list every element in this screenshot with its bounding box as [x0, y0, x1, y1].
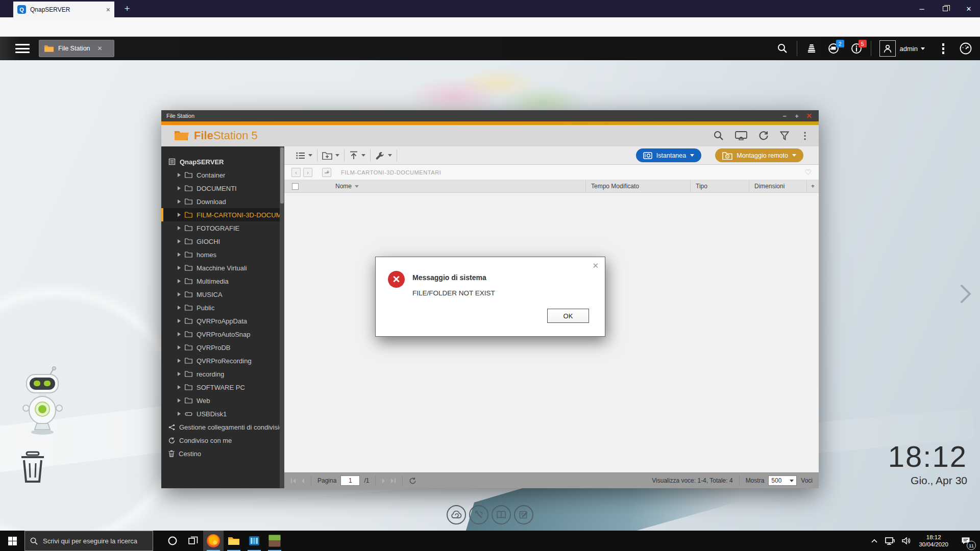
sidebar-recycle-bin[interactable]: Cestino: [161, 447, 284, 460]
sidebar-folder-documenti[interactable]: DOCUMENTI: [161, 182, 284, 195]
sidebar-folder-qvrprodb[interactable]: QVRProDB: [161, 341, 284, 354]
expand-arrow-icon[interactable]: [178, 332, 181, 336]
sidebar-folder-fotografie[interactable]: FOTOGRAFIE: [161, 221, 284, 235]
select-all-checkbox[interactable]: [292, 183, 299, 190]
recycle-bin-icon[interactable]: [19, 451, 46, 484]
new-tab-button[interactable]: +: [120, 2, 134, 15]
app-tab-file-station[interactable]: File Station ✕: [39, 40, 114, 57]
taskbar-minecraft-button[interactable]: [264, 531, 285, 551]
fs-window-titlebar[interactable]: File Station − + ✕: [161, 110, 819, 121]
view-mode-button[interactable]: [291, 152, 317, 159]
fs-more-icon[interactable]: ⋮: [800, 130, 810, 141]
sidebar-folder-film-cartoni-3d-documentari[interactable]: FILM-CARTONI-3D-DOCUMENTARI: [161, 208, 284, 221]
main-menu-icon[interactable]: [15, 44, 30, 53]
expand-arrow-icon[interactable]: [178, 173, 181, 177]
remote-mount-button[interactable]: Montaggio remoto: [715, 148, 803, 162]
sidebar-folder-software-pc[interactable]: SOFTWARE PC: [161, 381, 284, 394]
expand-arrow-icon[interactable]: [178, 319, 181, 323]
column-header-dimensioni[interactable]: Dimensioni: [749, 180, 806, 192]
page-size-select[interactable]: 500: [768, 475, 797, 486]
expand-arrow-icon[interactable]: [178, 306, 181, 310]
refresh-list-button[interactable]: [409, 477, 416, 485]
expand-arrow-icon[interactable]: [178, 385, 181, 389]
browser-restore-button[interactable]: [934, 0, 957, 17]
expand-arrow-icon[interactable]: [178, 279, 181, 283]
browser-tab[interactable]: Q QnapSERVER ×: [13, 2, 114, 17]
sidebar-shared-with-me[interactable]: Condiviso con me: [161, 434, 284, 447]
sidebar-folder-homes[interactable]: homes: [161, 248, 284, 261]
fs-filter-icon[interactable]: [780, 131, 789, 140]
feedback-icon[interactable]: [514, 505, 533, 524]
volume-icon[interactable]: [902, 537, 912, 545]
dashboard-icon[interactable]: [954, 37, 977, 60]
fs-maximize-button[interactable]: +: [792, 113, 801, 119]
breadcrumb-path[interactable]: FILM-CARTONI-3D-DOCUMENTARI: [341, 169, 441, 176]
fs-search-icon[interactable]: [714, 131, 724, 141]
expand-arrow-icon[interactable]: [178, 372, 181, 376]
next-desktop-arrow[interactable]: [960, 284, 972, 304]
page-input[interactable]: 1: [340, 475, 360, 486]
expand-arrow-icon[interactable]: [178, 253, 181, 257]
sidebar-folder-web[interactable]: Web: [161, 394, 284, 407]
notifications-icon[interactable]: 5: [845, 37, 868, 60]
user-menu[interactable]: admin: [900, 45, 925, 53]
sidebar-root-qnapserver[interactable]: QnapSERVER: [161, 155, 284, 168]
sidebar-folder-multimedia[interactable]: Multimedia: [161, 274, 284, 288]
fs-minimize-button[interactable]: −: [780, 113, 789, 119]
sidebar-folder-container[interactable]: Container: [161, 168, 284, 182]
expand-arrow-icon[interactable]: [178, 359, 181, 363]
expand-arrow-icon[interactable]: [178, 226, 181, 230]
sidebar-scrollbar[interactable]: [280, 146, 284, 488]
sidebar-folder-download[interactable]: Download: [161, 195, 284, 208]
next-page-button[interactable]: [382, 478, 386, 484]
expand-arrow-icon[interactable]: [178, 412, 181, 416]
action-center-button[interactable]: 11: [955, 531, 976, 551]
sidebar-folder-musica[interactable]: MUSICA: [161, 288, 284, 301]
column-header-nome[interactable]: Nome: [306, 180, 585, 192]
create-folder-button[interactable]: [317, 152, 344, 160]
column-header-tipo[interactable]: Tipo: [690, 180, 749, 192]
browser-minimize-button[interactable]: ─: [911, 0, 933, 17]
sync-status-icon[interactable]: 2: [823, 37, 845, 60]
sidebar-usbdisk1[interactable]: USBDisk1: [161, 407, 284, 420]
taskbar-search-box[interactable]: Scrivi qui per eseguire la ricerca: [24, 531, 153, 551]
background-tasks-icon[interactable]: [800, 37, 823, 60]
upload-button[interactable]: [345, 151, 370, 160]
browser-close-button[interactable]: ✕: [958, 0, 980, 17]
expand-arrow-icon[interactable]: [178, 266, 181, 270]
expand-arrow-icon[interactable]: [178, 239, 181, 243]
favorite-heart-icon[interactable]: ♡: [805, 168, 812, 177]
tray-clock[interactable]: 18:12 30/04/2020: [919, 534, 948, 548]
fs-close-button[interactable]: ✕: [804, 112, 814, 119]
help-book-icon[interactable]: [492, 505, 511, 524]
sidebar-folder-qvrproautosnap[interactable]: QVRProAutoSnap: [161, 328, 284, 341]
prev-page-button[interactable]: [301, 478, 305, 484]
myqnapcloud-icon[interactable]: [447, 505, 466, 524]
taskbar-firefox-button[interactable]: [203, 531, 224, 551]
folder-up-button[interactable]: [322, 168, 331, 177]
tab-close-icon[interactable]: ×: [106, 6, 110, 13]
fs-refresh-icon[interactable]: [758, 131, 769, 141]
expand-arrow-icon[interactable]: [178, 345, 181, 349]
nav-back-button[interactable]: ‹: [291, 168, 301, 177]
sidebar-folder-qvrprorecording[interactable]: QVRProRecording: [161, 354, 284, 367]
cortana-button[interactable]: [162, 531, 183, 551]
add-column-button[interactable]: +: [806, 180, 819, 192]
fs-cast-icon[interactable]: [735, 131, 747, 140]
task-view-button[interactable]: [183, 531, 203, 551]
global-search-icon[interactable]: [771, 37, 794, 60]
last-page-button[interactable]: [390, 478, 396, 484]
snapshot-button[interactable]: Istantanea: [636, 148, 701, 162]
sidebar-folder-giochi[interactable]: GIOCHI: [161, 235, 284, 248]
sidebar-folder-public[interactable]: Public: [161, 301, 284, 314]
dialog-ok-button[interactable]: OK: [547, 309, 589, 323]
nav-forward-button[interactable]: ›: [303, 168, 312, 177]
expand-arrow-icon[interactable]: [178, 292, 181, 296]
tray-chevron-up-icon[interactable]: [871, 539, 877, 543]
expand-arrow-icon[interactable]: [178, 398, 181, 403]
sidebar-folder-recording[interactable]: recording: [161, 367, 284, 381]
start-button[interactable]: [0, 531, 24, 551]
sidebar-folder-macchine-virtuali[interactable]: Macchine Virtuali: [161, 261, 284, 274]
tools-button[interactable]: [371, 151, 397, 160]
dialog-close-icon[interactable]: ✕: [592, 261, 599, 270]
